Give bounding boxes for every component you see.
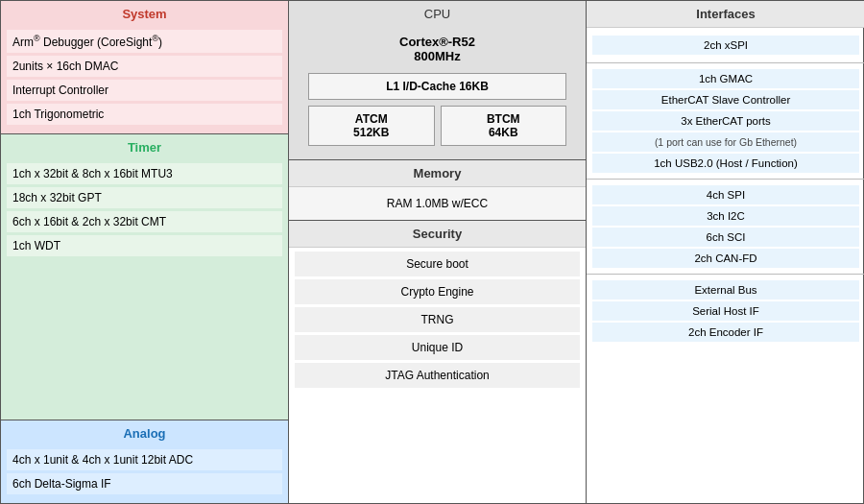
right-column: Interfaces 2ch xSPI 1ch GMAC EtherCAT Sl… <box>587 1 864 503</box>
interfaces-group-3: External Bus Serial Host IF 2ch Encoder … <box>587 275 864 348</box>
analog-item-0: 4ch x 1unit & 4ch x 1unit 12bit ADC <box>7 449 282 470</box>
memory-section: Memory RAM 1.0MB w/ECC <box>289 160 586 221</box>
cpu-btcm: BTCM 64KB <box>441 106 567 146</box>
interface-usb: 1ch USB2.0 (Host / Function) <box>592 154 859 173</box>
interface-serial-host: Serial Host IF <box>592 301 859 321</box>
analog-item-1: 6ch Delta-Sigma IF <box>7 473 282 494</box>
main-container: System Arm® Debugger (CoreSight®) 2units… <box>0 0 864 504</box>
memory-item: RAM 1.0MB w/ECC <box>289 187 586 220</box>
security-section: Security Secure boot Crypto Engine TRNG … <box>289 221 586 503</box>
analog-title: Analog <box>1 420 288 446</box>
interface-canfd: 2ch CAN-FD <box>592 249 859 268</box>
left-column: System Arm® Debugger (CoreSight®) 2units… <box>1 1 289 503</box>
center-column: CPU Cortex®-R52 800MHz L1 I/D-Cache 16KB… <box>289 1 587 503</box>
timer-section: Timer 1ch x 32bit & 8ch x 16bit MTU3 18c… <box>1 134 288 420</box>
interface-ethercat-ports: 3x EtherCAT ports <box>592 111 859 131</box>
interfaces-group-1: 1ch GMAC EtherCAT Slave Controller 3x Et… <box>587 63 864 180</box>
interfaces-title: Interfaces <box>587 1 864 28</box>
interface-gmac: 1ch GMAC <box>592 69 859 88</box>
security-item-0: Secure boot <box>295 252 580 276</box>
cpu-section: CPU Cortex®-R52 800MHz L1 I/D-Cache 16KB… <box>289 1 586 160</box>
security-item-1: Crypto Engine <box>295 279 580 304</box>
interface-ethercat-slave: EtherCAT Slave Controller <box>592 90 859 109</box>
system-item-0: Arm® Debugger (CoreSight®) <box>7 30 282 53</box>
security-item-2: TRNG <box>295 307 580 332</box>
system-item-3: 1ch Trigonometric <box>7 104 282 125</box>
system-section: System Arm® Debugger (CoreSight®) 2units… <box>1 1 288 134</box>
timer-title: Timer <box>1 134 288 160</box>
memory-title: Memory <box>289 160 586 187</box>
timer-item-2: 6ch x 16bit & 2ch x 32bit CMT <box>7 211 282 232</box>
security-item-3: Unique ID <box>295 335 580 360</box>
interface-spi: 4ch SPI <box>592 185 859 204</box>
cpu-atcm: ATCM 512KB <box>308 106 435 146</box>
security-title: Security <box>289 221 586 248</box>
interface-ethercat-note: (1 port can use for Gb Ethernet) <box>592 132 859 152</box>
cpu-tcm-row: ATCM 512KB BTCM 64KB <box>308 106 566 146</box>
interface-ext-bus: External Bus <box>592 280 859 300</box>
system-item-1: 2units × 16ch DMAC <box>7 56 282 77</box>
interface-i2c: 3ch I2C <box>592 206 859 226</box>
cpu-cache: L1 I/D-Cache 16KB <box>308 73 566 100</box>
interfaces-section: Interfaces 2ch xSPI 1ch GMAC EtherCAT Sl… <box>587 1 864 503</box>
interface-sci: 6ch SCI <box>592 228 859 247</box>
security-item-4: JTAG Authentication <box>295 363 580 388</box>
interface-encoder: 2ch Encoder IF <box>592 323 859 342</box>
interfaces-group-2: 4ch SPI 3ch I2C 6ch SCI 2ch CAN-FD <box>587 180 864 275</box>
interfaces-group-0: 2ch xSPI <box>587 28 864 63</box>
system-title: System <box>1 1 288 27</box>
timer-item-3: 1ch WDT <box>7 235 282 256</box>
cpu-core: Cortex®-R52 800MHz <box>289 27 586 67</box>
cpu-title: CPU <box>289 1 586 27</box>
timer-item-1: 18ch x 32bit GPT <box>7 187 282 208</box>
interface-xspi: 2ch xSPI <box>592 36 859 55</box>
system-item-2: Interrupt Controller <box>7 80 282 101</box>
analog-section: Analog 4ch x 1unit & 4ch x 1unit 12bit A… <box>1 420 288 503</box>
timer-item-0: 1ch x 32bit & 8ch x 16bit MTU3 <box>7 163 282 184</box>
